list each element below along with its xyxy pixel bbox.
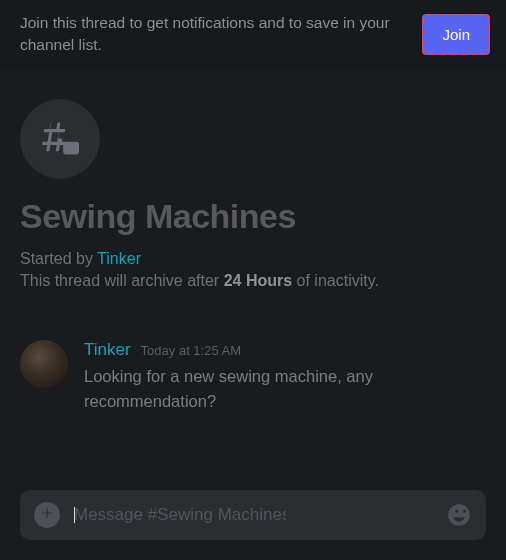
message-row: Tinker Today at 1:25 AM Looking for a ne… <box>0 340 506 414</box>
started-by-line: Started by Tinker <box>20 250 486 268</box>
avatar[interactable] <box>20 340 68 388</box>
thread-icon-circle <box>20 99 100 179</box>
plus-icon <box>40 506 54 524</box>
message-composer <box>20 490 486 540</box>
message-timestamp: Today at 1:25 AM <box>141 343 241 358</box>
archive-info-line: This thread will archive after 24 Hours … <box>20 272 486 290</box>
message-text: Looking for a new sewing machine, any re… <box>84 364 486 414</box>
thread-title: Sewing Machines <box>20 197 486 236</box>
message-body: Tinker Today at 1:25 AM Looking for a ne… <box>84 340 486 414</box>
join-button[interactable]: Join <box>422 14 490 55</box>
starter-user-link[interactable]: Tinker <box>97 250 141 267</box>
emoji-button[interactable] <box>446 502 472 528</box>
archive-duration: 24 Hours <box>224 272 292 289</box>
archive-suffix: of inactivity. <box>292 272 379 289</box>
thread-hash-icon <box>41 118 79 160</box>
message-header: Tinker Today at 1:25 AM <box>84 340 486 360</box>
started-by-prefix: Started by <box>20 250 97 267</box>
archive-prefix: This thread will archive after <box>20 272 224 289</box>
join-notice-bar: Join this thread to get notifications an… <box>0 0 506 69</box>
notice-text: Join this thread to get notifications an… <box>20 12 400 57</box>
message-author[interactable]: Tinker <box>84 340 131 360</box>
message-input[interactable] <box>74 505 286 525</box>
emoji-icon <box>446 514 472 531</box>
thread-header-section: Sewing Machines Started by Tinker This t… <box>0 69 506 290</box>
attach-button[interactable] <box>34 502 60 528</box>
